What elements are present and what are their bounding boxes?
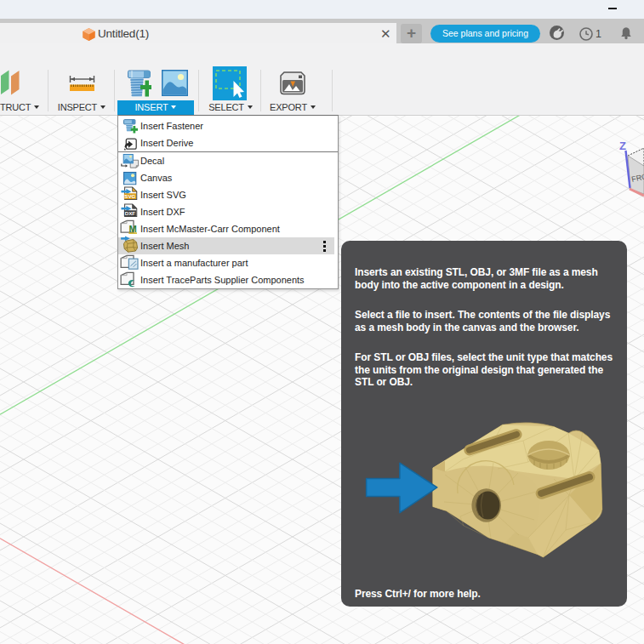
svg-text:SVG: SVG: [124, 193, 135, 199]
svg-text:M: M: [129, 223, 137, 233]
svg-text:DXF: DXF: [125, 210, 136, 216]
svg-text:Z: Z: [619, 140, 626, 152]
